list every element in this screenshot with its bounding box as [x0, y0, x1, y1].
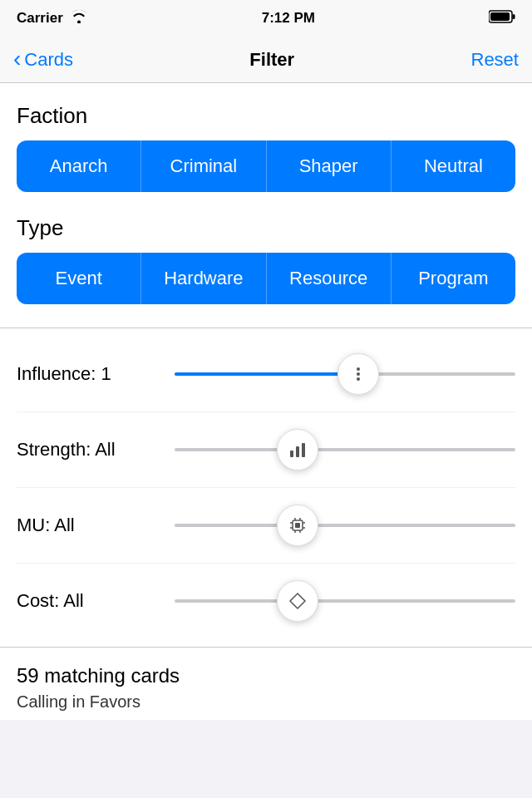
back-icon: ‹: [13, 47, 21, 71]
cost-slider-row: Cost: All: [17, 564, 515, 638]
influence-label: Influence: 1: [17, 363, 175, 385]
strength-slider[interactable]: [175, 429, 515, 470]
svg-rect-1: [512, 14, 515, 19]
influence-slider[interactable]: [175, 353, 515, 395]
mu-slider[interactable]: [175, 505, 515, 546]
cost-label: Cost: All: [17, 590, 175, 612]
time-label: 7:12 PM: [262, 10, 315, 27]
carrier-label: Carrier: [17, 10, 63, 27]
faction-label: Faction: [17, 103, 515, 129]
faction-anarch[interactable]: Anarch: [17, 140, 140, 192]
sliders-section: Influence: 1 Strength: All: [0, 328, 532, 647]
nav-title: Filter: [249, 49, 294, 71]
svg-rect-10: [295, 523, 300, 528]
type-hardware[interactable]: Hardware: [140, 253, 265, 304]
results-first-card: Calling in Favors: [17, 692, 515, 712]
results-section: 59 matching cards Calling in Favors: [0, 648, 532, 720]
cost-thumb[interactable]: [277, 580, 318, 622]
influence-thumb[interactable]: [337, 353, 379, 395]
wifi-icon: [70, 10, 88, 27]
main-content: Faction Anarch Criminal Shaper Neutral T…: [0, 83, 532, 328]
strength-thumb[interactable]: [277, 429, 318, 470]
reset-button[interactable]: Reset: [471, 49, 519, 71]
svg-marker-19: [290, 594, 305, 608]
bar-chart-icon: [288, 441, 307, 459]
status-left: Carrier: [17, 10, 88, 27]
type-program[interactable]: Program: [391, 253, 515, 304]
faction-button-group: Anarch Criminal Shaper Neutral: [17, 140, 515, 192]
faction-criminal[interactable]: Criminal: [140, 140, 265, 192]
nav-bar: ‹ Cards Filter Reset: [0, 37, 532, 83]
mu-label: MU: All: [17, 515, 175, 536]
battery-icon: [489, 10, 515, 27]
back-label: Cards: [24, 49, 73, 71]
strength-track: [175, 448, 515, 451]
svg-point-5: [357, 377, 360, 381]
svg-point-3: [357, 367, 360, 371]
type-button-group: Event Hardware Resource Program: [17, 253, 515, 304]
type-resource[interactable]: Resource: [266, 253, 391, 304]
influence-fill: [175, 372, 358, 376]
mu-track: [175, 524, 515, 527]
mu-slider-row: MU: All: [17, 488, 515, 564]
diamond-icon: [288, 592, 307, 610]
svg-rect-7: [296, 446, 299, 457]
status-bar: Carrier 7:12 PM: [0, 0, 532, 37]
cost-slider[interactable]: [175, 580, 515, 622]
influence-slider-row: Influence: 1: [17, 337, 515, 412]
svg-point-4: [357, 372, 360, 376]
strength-slider-row: Strength: All: [17, 412, 515, 488]
strength-label: Strength: All: [17, 439, 175, 461]
type-label: Type: [17, 215, 515, 241]
dots-vertical-icon: [349, 365, 367, 383]
type-event[interactable]: Event: [17, 253, 140, 304]
chip-icon: [288, 516, 307, 534]
svg-rect-2: [490, 12, 510, 21]
mu-thumb[interactable]: [277, 505, 318, 546]
svg-rect-6: [290, 451, 293, 457]
cost-track: [175, 599, 515, 603]
results-count: 59 matching cards: [17, 664, 515, 687]
svg-rect-8: [302, 443, 305, 457]
faction-shaper[interactable]: Shaper: [266, 140, 391, 192]
faction-neutral[interactable]: Neutral: [391, 140, 515, 192]
back-button[interactable]: ‹ Cards: [13, 49, 73, 71]
